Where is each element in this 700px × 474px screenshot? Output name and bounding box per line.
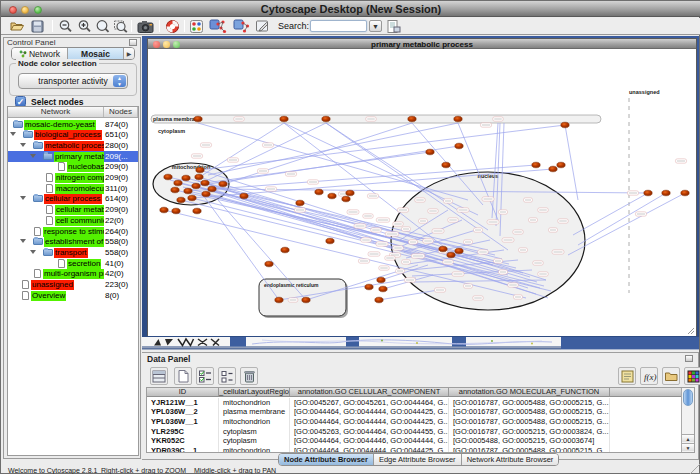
status-text-2: Middle-click + drag to PAN <box>194 467 276 474</box>
zoom-selected-icon[interactable] <box>113 19 128 34</box>
window-resize-grip[interactable] <box>690 464 700 474</box>
tree-row-macromolecule-me[interactable]: macromolecule me311(0) <box>8 183 138 194</box>
network-node <box>455 248 463 254</box>
tree-row-cellular-metabolic-p[interactable]: cellular metabolic p209(0) <box>8 205 138 216</box>
scroll-down-button[interactable]: ▼ <box>682 443 694 451</box>
notes-button[interactable] <box>618 367 636 385</box>
table-cell: [GO:0016787, GO:0005488, GO:0005215, G..… <box>449 417 610 427</box>
new-attribute-button[interactable] <box>174 367 192 385</box>
tree-row-response-to-stimulus[interactable]: response to stimulus264(0) <box>8 226 138 237</box>
table-row[interactable]: YKR052Ccytoplasm[GO:0044464, GO:0044446,… <box>147 436 682 446</box>
network-node <box>342 196 350 202</box>
control-panel-float-icon[interactable] <box>129 39 137 46</box>
select-all-attributes-button[interactable] <box>196 367 214 385</box>
table-cell: [GO:0016787, GO:0005488, GO:0005215, G..… <box>449 398 610 408</box>
network-node <box>281 247 289 253</box>
table-row[interactable]: YPL036W__2plasma membrane[GO:0044464, GO… <box>147 407 682 417</box>
open-file-icon[interactable] <box>9 19 24 34</box>
snapshot-icon[interactable] <box>137 19 154 34</box>
tree-row-cellular-process[interactable]: cellular process614(0) <box>8 194 138 205</box>
attribute-select-button[interactable] <box>150 367 168 385</box>
tree-row-multi-organism-proc[interactable]: multi-organism proc42(0) <box>8 269 138 280</box>
network-view-window: primary metabolic process plasma membran… <box>147 38 697 336</box>
tree-row-primary-metabolic-p[interactable]: primary metabolic p209(... <box>8 151 138 162</box>
region-label-unassigned: unassigned <box>629 89 660 95</box>
zoom-in-icon[interactable] <box>77 19 92 34</box>
table-row[interactable]: YJR121W__1mitochondrion[GO:0045267, GO:0… <box>147 398 682 408</box>
tree-row-overview[interactable]: Overview8(0) <box>8 290 138 301</box>
tree-row-count: 280(0) <box>105 141 128 151</box>
table-column-header[interactable]: annotation.GO CELLULAR_COMPONENT <box>290 388 449 396</box>
save-icon[interactable] <box>30 19 45 34</box>
tree-row-unassigned[interactable]: unassigned223(0) <box>8 280 138 291</box>
network-node <box>379 286 387 292</box>
tabs-overflow-arrow[interactable]: ▶ <box>123 48 134 59</box>
filter-network-icon[interactable] <box>233 19 251 34</box>
tree-row-label: macromolecule me <box>55 184 104 194</box>
table-column-header[interactable]: annotation.GO MOLECULAR_FUNCTION <box>449 388 610 396</box>
network-node <box>219 181 227 187</box>
table-cell: [GO:0044464, GO:0044444, GO:0044425, G..… <box>290 417 449 427</box>
search-options-dropdown[interactable]: ▼ <box>369 20 382 32</box>
table-column-header[interactable]: _cellularLayoutRegion <box>219 388 290 396</box>
table-row[interactable]: YLR295Ccytoplasm[GO:0045263, GO:0044464,… <box>147 427 682 437</box>
tree-row-count: 42(0) <box>105 269 124 279</box>
table-cell: [GO:0044464, GO:0044444, GO:0044425, G..… <box>290 446 449 453</box>
scrollbar-thumb[interactable] <box>683 389 693 406</box>
network-edge <box>205 152 430 183</box>
tree-row-biological-process[interactable]: biological_process651(0) <box>8 130 138 141</box>
tree-row-mosaic-demo-yeast[interactable]: mosaic-demo-yeast874(0) <box>8 119 138 130</box>
table-cell: YKR052C <box>147 436 219 446</box>
tree-row-nitrogen-compound[interactable]: nitrogen compound209(0) <box>8 173 138 184</box>
data-panel-float-icon[interactable] <box>685 355 693 362</box>
help-icon[interactable] <box>165 19 180 34</box>
tree-header-network[interactable]: Network <box>8 107 104 117</box>
network-node <box>275 297 283 303</box>
network-canvas[interactable]: plasma membranecytoplasmmitochondrionnuc… <box>148 50 696 336</box>
graphics-details-icon[interactable] <box>189 19 204 34</box>
table-column-header[interactable]: ID <box>147 388 219 396</box>
tab-mosaic[interactable]: Mosaic <box>68 48 123 59</box>
tree-row-label: Overview <box>31 291 66 301</box>
zoom-out-icon[interactable] <box>58 19 73 34</box>
tree-row-label: cellular process <box>44 194 102 204</box>
desktop-artifact-strip <box>142 337 699 352</box>
network-node <box>182 175 190 181</box>
network-node <box>377 277 385 283</box>
search-input[interactable] <box>310 20 367 32</box>
tree-row-nucleobase-contain[interactable]: nucleobase-contain209(0) <box>8 162 138 173</box>
node-color-selection-group: Node color selection transporter activit… <box>9 63 137 96</box>
node-color-combobox[interactable]: transporter activity ▲▼ <box>18 73 128 89</box>
matrix-button[interactable] <box>684 367 700 385</box>
tree-header-nodes[interactable]: Nodes <box>104 107 138 117</box>
new-document-icon <box>176 369 191 384</box>
import-attributes-button[interactable] <box>662 367 680 385</box>
network-view-titlebar[interactable]: primary metabolic process <box>148 39 696 49</box>
tree-row-metabolic-process[interactable]: metabolic process280(0) <box>8 140 138 151</box>
search-config-icon[interactable] <box>386 19 401 34</box>
network-node <box>296 200 304 206</box>
zoom-fit-icon[interactable] <box>95 19 110 34</box>
formula-button[interactable]: f(x) <box>640 367 658 385</box>
scroll-up-button[interactable]: ▲ <box>682 434 694 442</box>
tree-row-secretion[interactable]: secretion41(0) <box>8 258 138 269</box>
network-node <box>164 174 172 180</box>
unselect-all-attributes-button[interactable] <box>218 367 236 385</box>
function-icon: f(x) <box>642 369 657 384</box>
table-row[interactable]: YDR039C__1mitochondrion[GO:0044464, GO:0… <box>147 446 682 453</box>
window-titlebar[interactable]: Cytoscape Desktop (New Session) <box>1 1 700 17</box>
network-node <box>532 162 540 168</box>
table-scrollbar[interactable]: ▲ ▼ <box>681 388 694 452</box>
network-node <box>184 188 192 194</box>
table-row[interactable]: YPL036W__1mitochondrion[GO:0044464, GO:0… <box>147 417 682 427</box>
tree-row-transport[interactable]: transport558(0) <box>8 247 138 258</box>
delete-attribute-button[interactable] <box>240 367 258 385</box>
tree-row-cell-communication[interactable]: cell communication22(0) <box>8 215 138 226</box>
search-label: Search: <box>278 21 309 31</box>
tree-row-establishment-of-loc[interactable]: establishment of loc558(0) <box>8 237 138 248</box>
table-cell: mitochondrion <box>219 417 290 427</box>
annotation-icon[interactable] <box>255 19 270 34</box>
tab-network[interactable]: Network <box>12 48 68 59</box>
tree-row-count: 8(0) <box>105 291 119 301</box>
vizmapper-icon[interactable] <box>209 19 227 34</box>
